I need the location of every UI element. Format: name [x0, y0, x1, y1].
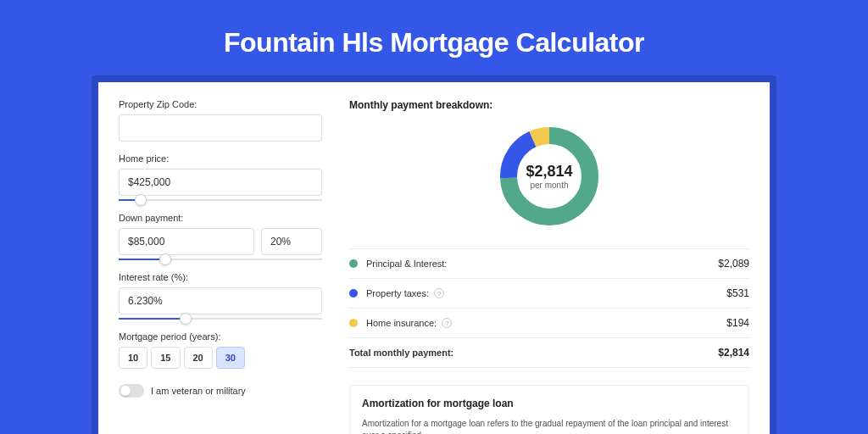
- amortization-section: Amortization for mortgage loan Amortizat…: [349, 385, 749, 434]
- amortization-text: Amortization for a mortgage loan refers …: [362, 418, 737, 434]
- donut-sub: per month: [526, 181, 572, 190]
- help-icon[interactable]: ?: [434, 288, 444, 298]
- price-slider-thumb[interactable]: [135, 194, 147, 206]
- help-icon[interactable]: ?: [442, 318, 452, 328]
- breakdown-label-insurance: Home insurance: ?: [366, 318, 726, 328]
- rate-input[interactable]: [119, 287, 322, 314]
- page-title: Fountain Hls Mortgage Calculator: [0, 27, 868, 58]
- period-pill-15[interactable]: 15: [151, 347, 180, 369]
- breakdown-value-principal: $2,089: [718, 258, 749, 270]
- breakdown-list: Principal & Interest: $2,089 Property ta…: [349, 248, 749, 368]
- rate-slider[interactable]: [119, 318, 322, 320]
- breakdown-row-taxes: Property taxes: ? $531: [349, 279, 749, 309]
- breakdown-row-principal: Principal & Interest: $2,089: [349, 249, 749, 279]
- breakdown-row-total: Total monthly payment: $2,814: [349, 338, 749, 368]
- donut-chart: $2,814 per month: [498, 125, 601, 228]
- breakdown-label-total: Total monthly payment:: [349, 348, 718, 358]
- breakdown-label-taxes: Property taxes: ?: [366, 288, 726, 298]
- panel-wrap: Property Zip Code: Home price: Down paym…: [92, 75, 776, 434]
- donut-amount: $2,814: [526, 163, 572, 181]
- period-pill-10[interactable]: 10: [119, 347, 147, 369]
- rate-slider-fill: [119, 318, 180, 320]
- zip-group: Property Zip Code:: [119, 99, 322, 142]
- veteran-label: I am veteran or military: [151, 386, 246, 396]
- calculator-panel: Property Zip Code: Home price: Down paym…: [98, 82, 770, 434]
- rate-slider-thumb[interactable]: [180, 313, 192, 325]
- dot-insurance: [349, 319, 358, 327]
- down-label: Down payment:: [119, 213, 322, 223]
- zip-label: Property Zip Code:: [119, 99, 322, 109]
- donut-center: $2,814 per month: [526, 163, 572, 190]
- price-group: Home price:: [119, 153, 322, 201]
- period-label: Mortgage period (years):: [119, 331, 322, 342]
- period-pills: 10 15 20 30: [119, 347, 322, 369]
- dot-taxes: [349, 289, 358, 298]
- price-slider[interactable]: [119, 199, 322, 201]
- donut-chart-wrap: $2,814 per month: [349, 125, 749, 228]
- breakdown-value-total: $2,814: [718, 347, 749, 359]
- breakdown-value-taxes: $531: [726, 287, 749, 299]
- veteran-row: I am veteran or military: [119, 384, 322, 398]
- rate-label: Interest rate (%):: [119, 272, 322, 282]
- breakdown-row-insurance: Home insurance: ? $194: [349, 309, 749, 338]
- breakdown-title: Monthly payment breakdown:: [349, 99, 749, 111]
- period-pill-30[interactable]: 30: [216, 347, 245, 369]
- zip-input[interactable]: [119, 114, 322, 142]
- amortization-title: Amortization for mortgage loan: [362, 398, 737, 409]
- dot-principal: [349, 259, 358, 268]
- veteran-toggle-knob: [120, 386, 131, 396]
- form-column: Property Zip Code: Home price: Down paym…: [119, 99, 322, 434]
- period-pill-20[interactable]: 20: [184, 347, 213, 369]
- down-pct-input[interactable]: [261, 228, 322, 255]
- price-slider-fill: [119, 199, 135, 201]
- down-slider[interactable]: [119, 259, 322, 260]
- breakdown-label-principal: Principal & Interest:: [366, 259, 718, 269]
- period-group: Mortgage period (years): 10 15 20 30: [119, 331, 322, 369]
- down-amount-input[interactable]: [119, 228, 254, 255]
- price-input[interactable]: [119, 169, 322, 196]
- down-group: Down payment:: [119, 213, 322, 260]
- down-slider-thumb[interactable]: [159, 253, 171, 265]
- down-slider-fill: [119, 259, 159, 260]
- breakdown-value-insurance: $194: [726, 317, 749, 329]
- price-label: Home price:: [119, 153, 322, 164]
- veteran-toggle[interactable]: [119, 384, 144, 398]
- hero: Fountain Hls Mortgage Calculator: [0, 0, 868, 75]
- breakdown-column: Monthly payment breakdown: $2,814 per mo…: [349, 99, 749, 434]
- rate-group: Interest rate (%):: [119, 272, 322, 320]
